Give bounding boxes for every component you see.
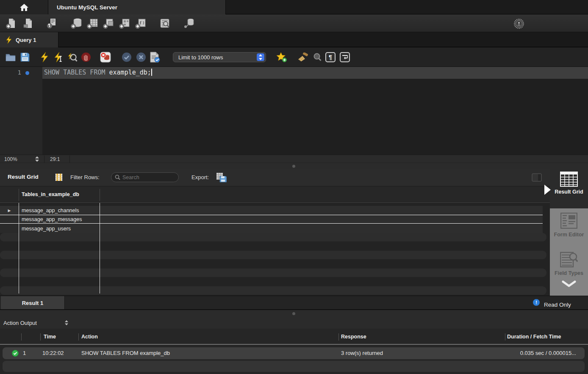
search-icon [115,175,120,180]
save-script-button[interactable] [19,52,31,62]
editor-zoom-level: 100% [4,156,17,162]
open-file-button[interactable] [5,52,16,62]
export-button[interactable] [216,172,227,183]
result-tab-label: Result 1 [22,300,44,306]
output-empty-stripe [3,361,585,372]
beautify-script-button[interactable] [297,52,308,62]
editor-result-splitter[interactable] [0,163,588,169]
result-side-panel: Result Grid Form Editor Field Types [550,169,588,296]
connection-tab-label: Ubuntu MySQL Server [57,4,117,11]
side-panel-field-types-label: Field Types [550,270,588,276]
show-invisibles-button[interactable]: ¶ [325,52,336,62]
output-row-index: 1 [23,350,26,356]
empty-row-stripe [0,233,546,241]
find-button[interactable] [312,52,323,62]
side-panel-result-grid[interactable]: Result Grid [550,169,588,208]
filter-search-box[interactable] [111,172,179,182]
dropdown-stepper-icon [257,53,264,61]
connection-tabbar: Ubuntu MySQL Server [0,0,588,14]
execute-current-statement-button[interactable] [53,52,64,62]
col-duration: Duration / Fetch Time [507,334,561,340]
table-cell: message_app_channels [19,206,79,215]
sql-identifier: example_db; [105,69,151,76]
query-tabbar: Query 1 [0,32,588,47]
splitter-grip-icon [292,165,295,168]
open-script-button[interactable] [22,17,35,29]
form-editor-icon [550,213,588,229]
inspector-button[interactable] [46,17,58,29]
table-cell: message_app_users [19,224,71,233]
new-procedure-button[interactable] [119,17,131,29]
new-query-tab-button[interactable] [5,17,18,29]
grid-options-icon[interactable] [55,173,63,181]
active-panel-arrow-icon [544,185,551,195]
output-row[interactable]: 1 10:22:02 SHOW TABLES FROM example_db 3… [3,347,585,359]
table-row[interactable]: ▶ message_app_channels [0,206,543,215]
empty-row-stripe [0,286,546,295]
execute-query-button[interactable] [39,52,50,62]
enterprise-badge-icon[interactable] [513,18,524,29]
toggle-autocommit-button[interactable] [149,52,160,62]
query-tab-label: Query 1 [16,37,36,43]
home-tab[interactable] [0,0,48,14]
new-schema-button[interactable] [70,17,83,29]
result-grid-title: Result Grid [8,174,39,180]
row-marker-icon: ▶ [0,206,19,215]
side-panel-form-editor[interactable]: Form Editor [550,213,588,238]
wrap-text-button[interactable] [340,52,350,62]
save-snippet-button[interactable] [276,52,287,62]
zoom-stepper[interactable] [35,156,39,162]
new-function-button[interactable] [135,17,147,29]
commit-button[interactable] [121,52,132,62]
side-panel-expand-button[interactable] [550,280,588,288]
grid-gutter-line [19,203,19,294]
collapse-side-panel-button[interactable] [532,173,542,182]
search-table-data-button[interactable] [158,17,171,29]
connection-tab[interactable]: Ubuntu MySQL Server [48,0,226,14]
rollback-button[interactable] [136,52,147,62]
export-label: Export: [191,174,209,180]
toggle-stop-on-error-button[interactable] [100,52,111,62]
success-icon [12,350,19,357]
line-number: 1 [11,69,21,76]
text-caret [151,69,152,76]
table-row-selected[interactable]: message_app_messages [0,215,543,224]
explain-plan-button[interactable] [67,52,78,62]
limit-rows-dropdown[interactable]: Limit to 1000 rows [173,52,266,62]
empty-row-stripe [0,269,546,277]
table-row[interactable]: message_app_users [0,224,543,233]
editor-statusbar: 100% 29:1 [0,155,588,163]
editor-gutter [0,67,42,155]
reconnect-dbms-button[interactable] [183,17,196,29]
splitter-grip-icon [292,312,295,315]
result-output-splitter[interactable] [0,310,588,317]
new-table-button[interactable] [86,17,99,29]
result-grid-toolbar: Result Grid Filter Rows: Export: [0,169,550,186]
stop-query-button[interactable] [80,52,92,62]
column-header-label: Tables_in_example_db [22,191,79,197]
output-row-action: SHOW TABLES FROM example_db [81,350,170,356]
new-view-button[interactable] [103,17,115,29]
query-tab[interactable]: Query 1 [0,32,58,47]
statement-marker-icon [25,71,29,75]
search-input[interactable] [122,175,169,180]
query-toolbar: Limit to 1000 rows ¶ [0,47,588,67]
side-panel-field-types[interactable]: Field Types [550,251,588,276]
read-only-badge-icon: ! [533,299,540,306]
result-grid-area: Tables_in_example_db ▶ message_app_chann… [0,186,550,296]
main-toolbar [0,14,588,32]
grid-column-line [100,203,100,294]
read-only-label: Read Only [544,302,571,308]
pilcrow-icon: ¶ [329,54,332,61]
sql-keywords: SHOW TABLES FROM [44,69,105,76]
filter-rows-label: Filter Rows: [70,174,100,180]
grid-column-header[interactable]: Tables_in_example_db [0,186,550,203]
table-cell: message_app_messages [19,215,82,223]
limit-rows-value: Limit to 1000 rows [178,54,223,61]
empty-row-stripe [0,251,546,259]
output-selector-stepper[interactable] [64,320,69,325]
result-tab[interactable]: Result 1 [1,296,65,310]
sql-editor[interactable]: 1 SHOW TABLES FROM example_db; [0,67,588,155]
output-row-response: 3 row(s) returned [341,350,383,356]
bolt-icon [6,36,12,44]
